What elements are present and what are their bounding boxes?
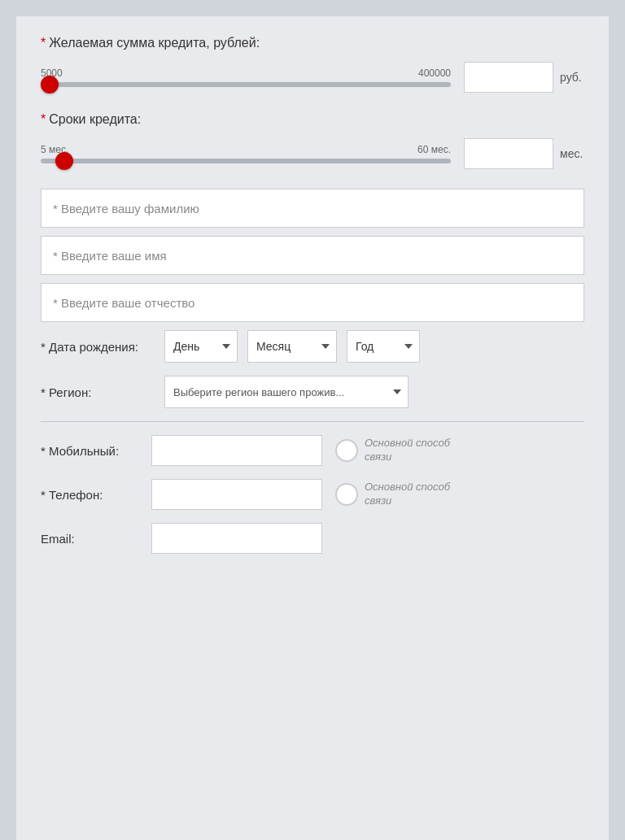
credit-term-unit: мес. <box>560 147 584 160</box>
credit-amount-label: *Желаемая сумма кредита, рублей: <box>41 36 584 50</box>
region-select[interactable]: Выберите регион вашего прожив... <box>164 376 409 408</box>
first-name-input[interactable] <box>41 236 584 275</box>
phone-label: * Телефон: <box>41 488 138 502</box>
email-label: Email: <box>41 532 138 546</box>
mobile-input[interactable] <box>151 435 322 466</box>
credit-term-slider-wrapper: 5 мес. 60 мес. <box>41 144 451 163</box>
phone-radio-button[interactable] <box>335 483 358 506</box>
birthdate-row: * Дата рождения: День Месяц Год <box>41 330 584 363</box>
credit-amount-unit: руб. <box>560 71 584 84</box>
credit-amount-slider-wrapper: 5000 400000 <box>41 67 451 87</box>
mobile-radio-button[interactable] <box>335 439 358 462</box>
phone-contact-text: Основной способ связи <box>365 481 462 508</box>
required-star-term: * <box>41 112 46 126</box>
credit-amount-slider[interactable] <box>41 82 451 87</box>
credit-amount-max-label: 400000 <box>418 67 451 79</box>
phone-row: * Телефон: Основной способ связи <box>41 479 584 510</box>
credit-term-row: 5 мес. 60 мес. 7 мес. <box>41 138 584 169</box>
credit-amount-input[interactable]: 5000 <box>464 62 553 93</box>
credit-term-input-group: 7 мес. <box>464 138 584 169</box>
required-star-amount: * <box>41 36 46 50</box>
patronymic-input[interactable] <box>41 283 584 322</box>
credit-term-labels: 5 мес. 60 мес. <box>41 144 451 155</box>
mobile-label: * Мобильный: <box>41 444 138 458</box>
phone-radio-option: Основной способ связи <box>335 481 462 508</box>
mobile-radio-option: Основной способ связи <box>335 437 462 464</box>
divider-1 <box>41 421 584 422</box>
month-select[interactable]: Месяц <box>247 330 337 363</box>
credit-amount-input-group: 5000 руб. <box>464 62 584 93</box>
credit-amount-section: *Желаемая сумма кредита, рублей: 5000 40… <box>41 36 584 93</box>
phone-input[interactable] <box>151 479 322 510</box>
credit-amount-row: 5000 400000 5000 руб. <box>41 62 584 93</box>
birthdate-label: * Дата рождения: <box>41 340 155 354</box>
credit-term-max-label: 60 мес. <box>417 144 451 155</box>
credit-term-slider[interactable] <box>41 159 451 163</box>
last-name-input[interactable] <box>41 189 584 228</box>
credit-term-section: *Сроки кредита: 5 мес. 60 мес. 7 мес. <box>41 112 584 169</box>
credit-term-label: *Сроки кредита: <box>41 112 584 127</box>
day-select[interactable]: День <box>164 330 238 363</box>
email-input[interactable] <box>151 523 322 554</box>
form-container: *Желаемая сумма кредита, рублей: 5000 40… <box>16 16 609 840</box>
mobile-row: * Мобильный: Основной способ связи <box>41 435 584 466</box>
mobile-contact-text: Основной способ связи <box>365 437 462 464</box>
region-row: * Регион: Выберите регион вашего прожив.… <box>41 376 584 408</box>
region-label: * Регион: <box>41 385 155 399</box>
year-select[interactable]: Год <box>347 330 420 363</box>
email-row: Email: <box>41 523 584 554</box>
credit-term-input[interactable]: 7 <box>464 138 553 169</box>
credit-amount-labels: 5000 400000 <box>41 67 451 79</box>
